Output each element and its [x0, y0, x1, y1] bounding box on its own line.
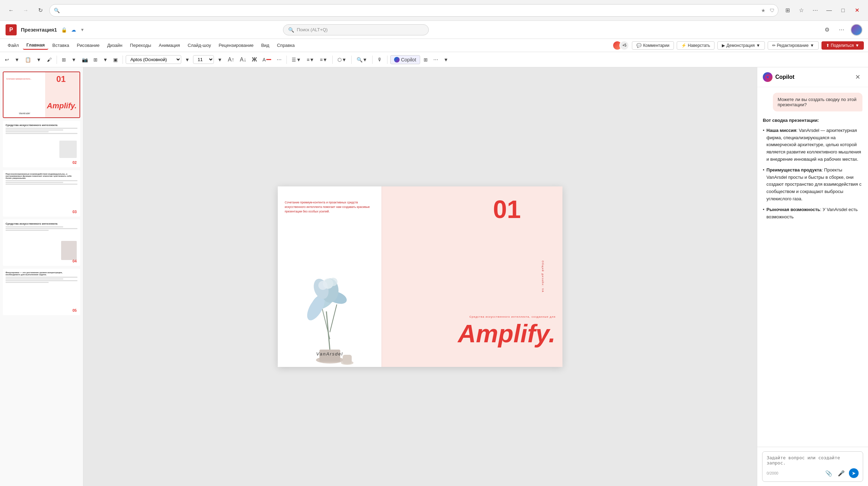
table-button[interactable]: ⊞ — [422, 56, 430, 64]
screenshot-button[interactable]: 📷 — [80, 56, 90, 64]
align-button[interactable]: ≡▼ — [318, 56, 329, 64]
minimize-button[interactable]: — — [824, 5, 835, 16]
decrease-font-button[interactable]: A↓ — [238, 55, 249, 64]
slide-3-content: Персонализированные взаимодействия индив… — [3, 171, 80, 216]
dictate-button[interactable]: 🎙 — [375, 56, 384, 64]
maximize-button[interactable]: □ — [837, 5, 849, 16]
copilot-attach-button[interactable]: 📎 — [824, 468, 834, 478]
slide-thumbnail-5[interactable]: 5 Фокусировка — это достижение уровня ко… — [3, 269, 80, 315]
menu-insert[interactable]: Вставка — [49, 41, 73, 49]
slide-left-panel: Сочетание премиум-контента и проактивных… — [278, 186, 382, 367]
more-toolbar-button[interactable]: ⋯ — [431, 56, 440, 64]
slide-5-title: Фокусировка — это достижение уровня конц… — [6, 271, 77, 276]
line — [6, 228, 77, 229]
toolbar-divider-3 — [286, 56, 287, 64]
title-search-bar[interactable]: 🔍 Поиск (ALT+Q) — [283, 24, 429, 35]
catchup-button[interactable]: ⚡ Наверстать — [677, 41, 715, 50]
menu-transitions[interactable]: Переходы — [126, 41, 155, 49]
copilot-close-button[interactable]: ✕ — [853, 72, 862, 82]
demo-icon: ▶ — [722, 43, 725, 48]
slide-canvas[interactable]: Сочетание премиум-контента и проактивных… — [278, 186, 562, 367]
menu-bar: Файл Главная Вставка Рисование Дизайн Пе… — [0, 39, 868, 52]
slide-thumbnail-2[interactable]: 2 Средства искусственного интеллекта 02 — [3, 121, 80, 167]
copilot-input-field[interactable] — [767, 455, 859, 466]
clipboard-dropdown[interactable]: ▼ — [34, 56, 43, 64]
refresh-button[interactable]: ↻ — [35, 5, 46, 16]
clipboard-button[interactable]: 📋 — [23, 56, 33, 64]
slide-5-content: Фокусировка — это достижение уровня конц… — [3, 269, 80, 315]
toolbar-expand-button[interactable]: ▼ — [442, 56, 451, 64]
close-button[interactable]: ✕ — [851, 5, 862, 16]
layout-button[interactable]: ⊞ — [91, 56, 100, 64]
slide-thumbnail-4[interactable]: 4 Средства искусственного интеллекта 04 — [3, 219, 80, 266]
menu-view[interactable]: Вид — [258, 41, 273, 49]
demo-button[interactable]: ▶ Демонстрация ▼ — [717, 41, 765, 50]
undo-button[interactable]: ↩ — [3, 56, 11, 64]
menu-design[interactable]: Дизайн — [104, 41, 126, 49]
bold-button[interactable]: Ж — [250, 55, 259, 64]
share-dropdown-icon: ▼ — [855, 43, 859, 48]
font-options-button[interactable]: ⋯ — [275, 56, 284, 64]
copilot-bullet-2: Преимущества продукта: Проекты VanArsdel… — [763, 167, 862, 203]
slide-thumbnail-3[interactable]: 3 Персонализированные взаимодействия инд… — [3, 170, 80, 217]
copilot-mic-button[interactable]: 🎤 — [836, 468, 846, 478]
slide-area[interactable]: Сочетание премиум-контента и проактивных… — [83, 67, 757, 486]
copilot-bullet-1: Наша миссия: VanArsdel — архитектурная ф… — [763, 127, 862, 163]
slide-thumbnail-1[interactable]: 1 Сочетание премиум-контента... VanArsde… — [3, 72, 80, 118]
settings-button[interactable]: ⚙ — [821, 24, 833, 35]
toolbar-divider-5 — [351, 56, 352, 64]
toolbar: ↩ ▼ 📋 ▼ 🖌 ⊞ ▼ 📷 ⊞ ▼ ▣ Aptos (Основной) ▼… — [0, 52, 868, 67]
slides-button[interactable]: ▣ — [111, 56, 120, 64]
numbered-list-button[interactable]: ≡▼ — [304, 56, 316, 64]
toolbar-divider-1 — [57, 56, 57, 64]
font-color-button[interactable]: A — [260, 56, 273, 64]
menu-animations[interactable]: Анимация — [155, 41, 183, 49]
toolbar-divider-2 — [123, 56, 123, 64]
layout-dropdown[interactable]: ▼ — [101, 56, 110, 64]
line — [6, 129, 63, 131]
menu-slideshow[interactable]: Слайд-шоу — [184, 41, 214, 49]
svg-line-6 — [330, 304, 337, 332]
more-button[interactable]: ⋯ — [810, 5, 821, 16]
bullet-list-button[interactable]: ☰▼ — [290, 56, 303, 64]
font-size-selector[interactable]: 11 — [193, 55, 214, 64]
undo-dropdown[interactable]: ▼ — [12, 56, 22, 64]
new-slide-dropdown[interactable]: ▼ — [69, 56, 78, 64]
copilot-toolbar-button[interactable]: Copilot — [390, 55, 420, 64]
browser-actions: ⊞ ☆ ⋯ — □ ✕ — [782, 5, 862, 16]
favorites-button[interactable]: ☆ — [796, 5, 807, 16]
menu-review[interactable]: Рецензирование — [215, 41, 257, 49]
menu-help[interactable]: Справка — [274, 41, 298, 49]
format-painter-button[interactable]: 🖌 — [45, 56, 54, 64]
menu-draw[interactable]: Рисование — [73, 41, 103, 49]
line — [6, 282, 49, 283]
user-avatar[interactable] — [851, 24, 862, 36]
copilot-bot-intro: Вот сводка презентации: — [763, 117, 862, 124]
url-input[interactable]: https://onedrive.live.com/:w:/t/EaCKkPs6… — [62, 8, 764, 13]
forward-button[interactable]: → — [20, 5, 31, 16]
shapes-button[interactable]: ⬡▼ — [335, 56, 349, 64]
copilot-send-button[interactable]: ➤ — [849, 468, 859, 478]
address-bar[interactable]: 🔍 https://onedrive.live.com/:w:/t/EaCKkP… — [49, 4, 778, 17]
bullet-1-bold: Наша миссия — [767, 128, 796, 133]
comments-button[interactable]: 💬 Комментарии — [632, 41, 674, 50]
edit-button[interactable]: ✏ Редактирование ▼ — [768, 41, 819, 50]
copilot-input-area[interactable]: 0/2000 📎 🎤 ➤ — [762, 451, 863, 482]
line — [6, 182, 63, 183]
menu-home[interactable]: Главная — [23, 41, 48, 50]
back-button[interactable]: ← — [6, 5, 17, 16]
extensions-button[interactable]: ⊞ — [782, 5, 793, 16]
font-size-dropdown[interactable]: ▼ — [215, 56, 224, 64]
slide-thumb-content-4: Средства искусственного интеллекта 04 — [3, 220, 80, 265]
more-options-button[interactable]: ⋯ — [836, 24, 847, 35]
share-button[interactable]: ⬆ Поделиться ▼ — [821, 41, 864, 50]
demo-dropdown-icon: ▼ — [756, 43, 760, 48]
find-button[interactable]: 🔍▼ — [354, 56, 369, 64]
font-name-selector[interactable]: Aptos (Основной) — [126, 55, 181, 64]
new-slide-button[interactable]: ⊞ — [60, 56, 68, 64]
slide-thumb-content-1: Сочетание премиум-контента... VanArsdel … — [3, 72, 80, 117]
menu-file[interactable]: Файл — [4, 41, 22, 49]
font-dropdown[interactable]: ▼ — [183, 56, 192, 64]
line — [6, 184, 77, 185]
increase-font-button[interactable]: A↑ — [226, 55, 236, 64]
